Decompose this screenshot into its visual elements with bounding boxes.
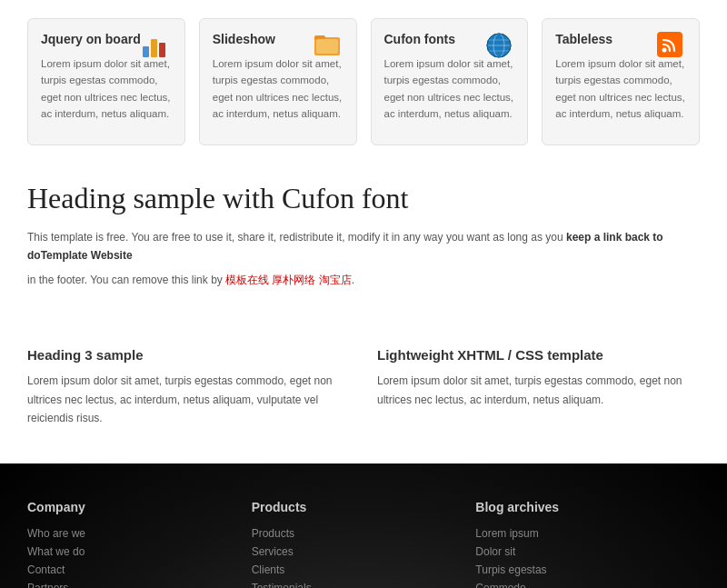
globe-icon	[485, 32, 514, 61]
col-left-heading: Heading 3 sample	[27, 347, 350, 363]
two-col-section: Heading 3 sample Lorem ipsum dolor sit a…	[0, 347, 727, 427]
main-content: Heading sample with Cufon font This temp…	[0, 164, 727, 322]
col-right: Lightweight XHTML / CSS template Lorem i…	[377, 347, 700, 427]
card-jquery-text: Lorem ipsum dolor sit amet, turpis egest…	[41, 55, 172, 123]
bar-chart-icon	[143, 32, 172, 61]
card-cufon: Cufon fonts Lorem ipsum dolor sit amet, …	[371, 18, 529, 145]
footer-blog-link-1[interactable]: Dolor sit	[475, 545, 700, 558]
card-slideshow: Slideshow Lorem ipsum dolor sit amet, tu…	[199, 18, 357, 145]
footer-col-products: Products Products Services Clients Testi…	[252, 500, 476, 588]
folder-icon	[314, 32, 344, 61]
footer-company-link-1[interactable]: What we do	[27, 545, 252, 558]
card-slideshow-text: Lorem ipsum dolor sit amet, turpis egest…	[213, 55, 344, 123]
intro-text-2: in the footer. You can remove this link …	[27, 271, 700, 289]
footer-products-link-2[interactable]: Clients	[252, 563, 476, 576]
cards-section: Jquery on board Lorem ipsum dolor sit am…	[0, 0, 727, 164]
col-left: Heading 3 sample Lorem ipsum dolor sit a…	[27, 347, 350, 427]
col-right-text: Lorem ipsum dolor sit amet, turpis egest…	[377, 372, 700, 409]
footer-col-company: Company Who are we What we do Contact Pa…	[27, 500, 252, 588]
svg-rect-2	[316, 39, 338, 54]
footer-col-blog: Blog archives Lorem ipsum Dolor sit Turp…	[475, 500, 700, 588]
footer-company-title: Company	[27, 500, 252, 514]
intro-link[interactable]: 模板在线 厚朴网络 淘宝店	[225, 274, 352, 286]
footer-blog-link-3[interactable]: Commodo	[475, 582, 700, 588]
footer-blog-title: Blog archives	[475, 500, 700, 514]
footer-blog-link-0[interactable]: Lorem ipsum	[475, 527, 700, 540]
col-left-text: Lorem ipsum dolor sit amet, turpis egest…	[27, 372, 350, 427]
intro-text: This template is free. You are free to u…	[27, 228, 700, 265]
svg-point-9	[662, 48, 667, 53]
card-tableless-text: Lorem ipsum dolor sit amet, turpis egest…	[555, 55, 686, 123]
footer-company-link-2[interactable]: Contact	[27, 563, 252, 576]
footer-products-link-3[interactable]: Testimonials	[252, 582, 476, 588]
rss-icon	[657, 32, 686, 61]
footer-blog-link-2[interactable]: Turpis egestas	[475, 563, 700, 576]
footer-columns: Company Who are we What we do Contact Pa…	[27, 500, 700, 588]
footer-products-link-0[interactable]: Products	[252, 527, 476, 540]
card-tableless: Tableless Lorem ipsum dolor sit amet, tu…	[542, 18, 700, 145]
footer-company-link-3[interactable]: Partners	[27, 582, 252, 588]
card-cufon-text: Lorem ipsum dolor sit amet, turpis egest…	[384, 55, 515, 123]
footer-products-link-1[interactable]: Services	[252, 545, 476, 558]
card-jquery: Jquery on board Lorem ipsum dolor sit am…	[27, 18, 185, 145]
footer-products-title: Products	[252, 500, 476, 514]
footer: Company Who are we What we do Contact Pa…	[0, 463, 727, 588]
main-heading: Heading sample with Cufon font	[27, 182, 700, 215]
col-right-heading: Lightweight XHTML / CSS template	[377, 347, 700, 363]
footer-company-link-0[interactable]: Who are we	[27, 527, 252, 540]
